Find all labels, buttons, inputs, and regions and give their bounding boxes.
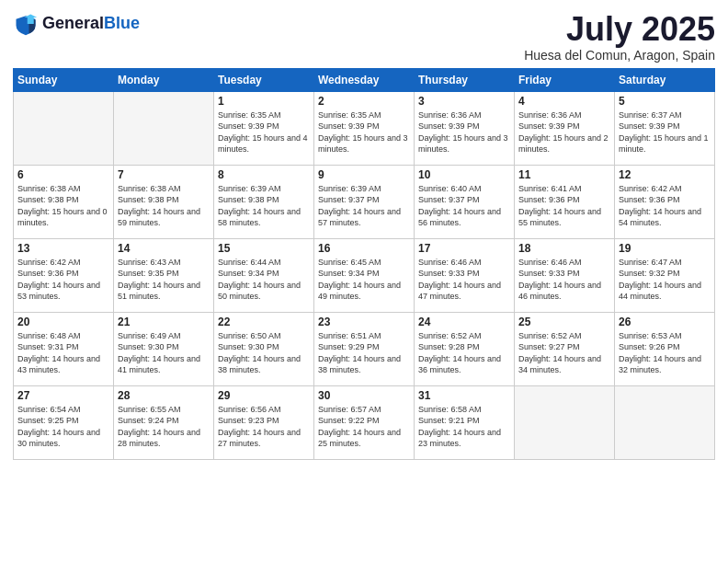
- calendar-week-row: 1Sunrise: 6:35 AM Sunset: 9:39 PM Daylig…: [14, 91, 715, 165]
- calendar-cell: 18Sunrise: 6:46 AM Sunset: 9:33 PM Dayli…: [515, 238, 615, 312]
- logo: GeneralBlue: [13, 11, 140, 37]
- calendar-cell: 31Sunrise: 6:58 AM Sunset: 9:21 PM Dayli…: [415, 385, 515, 459]
- day-number: 23: [318, 316, 410, 328]
- day-number: 4: [518, 95, 610, 108]
- day-info: Sunrise: 6:57 AM Sunset: 9:22 PM Dayligh…: [318, 404, 410, 450]
- calendar-cell: 6Sunrise: 6:38 AM Sunset: 9:38 PM Daylig…: [14, 165, 114, 238]
- day-info: Sunrise: 6:55 AM Sunset: 9:24 PM Dayligh…: [118, 404, 210, 450]
- day-info: Sunrise: 6:58 AM Sunset: 9:21 PM Dayligh…: [418, 404, 510, 450]
- day-number: 21: [118, 316, 210, 328]
- day-number: 20: [17, 316, 109, 328]
- day-number: 25: [518, 316, 610, 328]
- calendar-cell: 8Sunrise: 6:39 AM Sunset: 9:38 PM Daylig…: [214, 165, 314, 238]
- calendar-cell: 16Sunrise: 6:45 AM Sunset: 9:34 PM Dayli…: [314, 238, 415, 312]
- day-number: 14: [118, 242, 210, 255]
- weekday-header-friday: Friday: [515, 68, 615, 91]
- day-info: Sunrise: 6:36 AM Sunset: 9:39 PM Dayligh…: [518, 109, 610, 155]
- day-number: 7: [118, 168, 210, 181]
- weekday-header-saturday: Saturday: [615, 68, 715, 91]
- day-info: Sunrise: 6:50 AM Sunset: 9:30 PM Dayligh…: [218, 330, 310, 376]
- day-info: Sunrise: 6:49 AM Sunset: 9:30 PM Dayligh…: [118, 330, 210, 376]
- header: GeneralBlue July 2025 Huesa del Comun, A…: [13, 11, 715, 63]
- day-info: Sunrise: 6:35 AM Sunset: 9:39 PM Dayligh…: [218, 109, 310, 155]
- day-number: 13: [17, 242, 109, 255]
- weekday-header-tuesday: Tuesday: [214, 68, 314, 91]
- calendar-week-row: 13Sunrise: 6:42 AM Sunset: 9:36 PM Dayli…: [14, 238, 715, 312]
- day-info: Sunrise: 6:46 AM Sunset: 9:33 PM Dayligh…: [518, 257, 610, 303]
- calendar-cell: 24Sunrise: 6:52 AM Sunset: 9:28 PM Dayli…: [415, 312, 515, 385]
- day-number: 24: [418, 316, 510, 328]
- day-number: 31: [418, 389, 510, 402]
- title-block: July 2025 Huesa del Comun, Aragon, Spain: [524, 11, 715, 63]
- day-info: Sunrise: 6:47 AM Sunset: 9:32 PM Dayligh…: [619, 257, 711, 303]
- day-info: Sunrise: 6:37 AM Sunset: 9:39 PM Dayligh…: [619, 109, 711, 155]
- day-number: 12: [619, 168, 711, 181]
- calendar-cell: 29Sunrise: 6:56 AM Sunset: 9:23 PM Dayli…: [214, 385, 314, 459]
- day-info: Sunrise: 6:35 AM Sunset: 9:39 PM Dayligh…: [318, 109, 410, 155]
- calendar-cell: 27Sunrise: 6:54 AM Sunset: 9:25 PM Dayli…: [14, 385, 114, 459]
- day-info: Sunrise: 6:48 AM Sunset: 9:31 PM Dayligh…: [17, 330, 109, 376]
- calendar-cell: 25Sunrise: 6:52 AM Sunset: 9:27 PM Dayli…: [515, 312, 615, 385]
- calendar-cell: 5Sunrise: 6:37 AM Sunset: 9:39 PM Daylig…: [615, 91, 715, 165]
- calendar-cell: 2Sunrise: 6:35 AM Sunset: 9:39 PM Daylig…: [314, 91, 415, 165]
- calendar-cell: 21Sunrise: 6:49 AM Sunset: 9:30 PM Dayli…: [114, 312, 214, 385]
- month-title: July 2025: [524, 11, 715, 48]
- calendar-cell: 22Sunrise: 6:50 AM Sunset: 9:30 PM Dayli…: [214, 312, 314, 385]
- day-number: 26: [619, 316, 711, 328]
- day-number: 11: [518, 168, 610, 181]
- calendar-cell: [515, 385, 615, 459]
- weekday-header-row: SundayMondayTuesdayWednesdayThursdayFrid…: [14, 68, 715, 91]
- day-number: 18: [518, 242, 610, 255]
- calendar-cell: 23Sunrise: 6:51 AM Sunset: 9:29 PM Dayli…: [314, 312, 415, 385]
- calendar-cell: 1Sunrise: 6:35 AM Sunset: 9:39 PM Daylig…: [214, 91, 314, 165]
- day-number: 28: [118, 389, 210, 402]
- day-number: 10: [418, 168, 510, 181]
- day-info: Sunrise: 6:53 AM Sunset: 9:26 PM Dayligh…: [619, 330, 711, 376]
- day-number: 30: [318, 389, 410, 402]
- calendar-cell: 4Sunrise: 6:36 AM Sunset: 9:39 PM Daylig…: [515, 91, 615, 165]
- day-info: Sunrise: 6:43 AM Sunset: 9:35 PM Dayligh…: [118, 257, 210, 303]
- day-info: Sunrise: 6:51 AM Sunset: 9:29 PM Dayligh…: [318, 330, 410, 376]
- day-number: 3: [418, 95, 510, 108]
- day-info: Sunrise: 6:52 AM Sunset: 9:28 PM Dayligh…: [418, 330, 510, 376]
- calendar-cell: 20Sunrise: 6:48 AM Sunset: 9:31 PM Dayli…: [14, 312, 114, 385]
- calendar-table: SundayMondayTuesdayWednesdayThursdayFrid…: [13, 68, 715, 460]
- day-number: 5: [619, 95, 711, 108]
- day-info: Sunrise: 6:46 AM Sunset: 9:33 PM Dayligh…: [418, 257, 510, 303]
- calendar-cell: 14Sunrise: 6:43 AM Sunset: 9:35 PM Dayli…: [114, 238, 214, 312]
- calendar-cell: 13Sunrise: 6:42 AM Sunset: 9:36 PM Dayli…: [14, 238, 114, 312]
- day-number: 16: [318, 242, 410, 255]
- day-number: 17: [418, 242, 510, 255]
- calendar-cell: 15Sunrise: 6:44 AM Sunset: 9:34 PM Dayli…: [214, 238, 314, 312]
- calendar-cell: [14, 91, 114, 165]
- day-info: Sunrise: 6:38 AM Sunset: 9:38 PM Dayligh…: [17, 183, 109, 229]
- day-number: 15: [218, 242, 310, 255]
- day-number: 6: [17, 168, 109, 181]
- day-number: 2: [318, 95, 410, 108]
- day-info: Sunrise: 6:52 AM Sunset: 9:27 PM Dayligh…: [518, 330, 610, 376]
- day-number: 27: [17, 389, 109, 402]
- calendar-week-row: 6Sunrise: 6:38 AM Sunset: 9:38 PM Daylig…: [14, 165, 715, 238]
- calendar-cell: 7Sunrise: 6:38 AM Sunset: 9:38 PM Daylig…: [114, 165, 214, 238]
- calendar-cell: 9Sunrise: 6:39 AM Sunset: 9:37 PM Daylig…: [314, 165, 415, 238]
- calendar-cell: 12Sunrise: 6:42 AM Sunset: 9:36 PM Dayli…: [615, 165, 715, 238]
- day-number: 29: [218, 389, 310, 402]
- weekday-header-monday: Monday: [114, 68, 214, 91]
- day-info: Sunrise: 6:40 AM Sunset: 9:37 PM Dayligh…: [418, 183, 510, 229]
- calendar-page: GeneralBlue July 2025 Huesa del Comun, A…: [0, 0, 728, 563]
- day-info: Sunrise: 6:42 AM Sunset: 9:36 PM Dayligh…: [17, 257, 109, 303]
- day-info: Sunrise: 6:56 AM Sunset: 9:23 PM Dayligh…: [218, 404, 310, 450]
- day-info: Sunrise: 6:41 AM Sunset: 9:36 PM Dayligh…: [518, 183, 610, 229]
- calendar-cell: 11Sunrise: 6:41 AM Sunset: 9:36 PM Dayli…: [515, 165, 615, 238]
- day-info: Sunrise: 6:36 AM Sunset: 9:39 PM Dayligh…: [418, 109, 510, 155]
- day-number: 19: [619, 242, 711, 255]
- day-info: Sunrise: 6:38 AM Sunset: 9:38 PM Dayligh…: [118, 183, 210, 229]
- calendar-cell: 17Sunrise: 6:46 AM Sunset: 9:33 PM Dayli…: [415, 238, 515, 312]
- day-info: Sunrise: 6:42 AM Sunset: 9:36 PM Dayligh…: [619, 183, 711, 229]
- calendar-cell: [615, 385, 715, 459]
- logo-general: General: [42, 14, 104, 32]
- calendar-cell: 26Sunrise: 6:53 AM Sunset: 9:26 PM Dayli…: [615, 312, 715, 385]
- day-number: 1: [218, 95, 310, 108]
- day-number: 9: [318, 168, 410, 181]
- calendar-cell: 28Sunrise: 6:55 AM Sunset: 9:24 PM Dayli…: [114, 385, 214, 459]
